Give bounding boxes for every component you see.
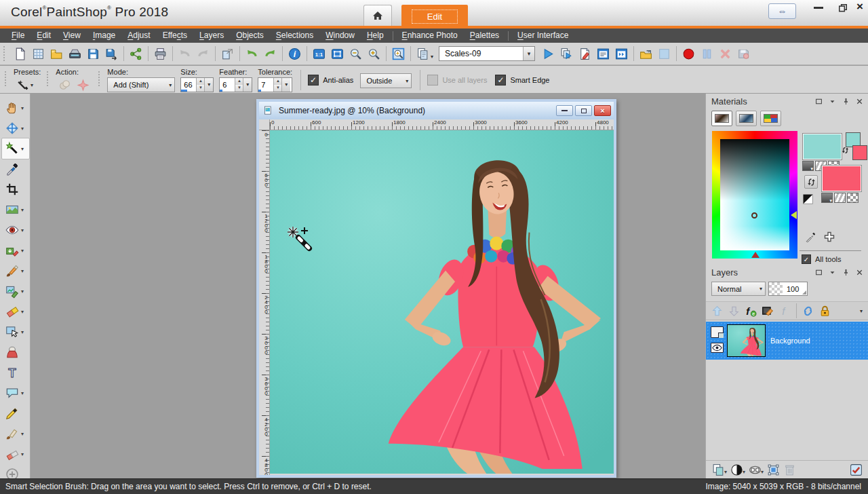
doc-restore-button[interactable] <box>575 105 592 116</box>
menu-item[interactable]: Objects <box>230 28 270 43</box>
pause-button[interactable] <box>698 45 716 63</box>
tool-flyout-arrow[interactable]: ▾ <box>21 146 24 152</box>
zoomout-button[interactable] <box>347 45 365 63</box>
feather-spin-arrows[interactable]: ▲▼ <box>235 78 243 92</box>
tool-flyout-arrow[interactable]: ▾ <box>21 390 24 396</box>
add-material-icon[interactable] <box>823 230 836 244</box>
tool-flyout-arrow[interactable]: ▾ <box>21 329 24 335</box>
workspace-resize-button[interactable]: ⇔ <box>768 3 796 19</box>
edit-layer-button[interactable] <box>760 303 776 319</box>
tool-button[interactable]: ▾ <box>0 118 30 138</box>
presets-wand-button[interactable] <box>14 76 32 94</box>
foreground-swatch[interactable] <box>802 133 842 160</box>
bg-color-button[interactable] <box>821 193 833 203</box>
redo-d-button[interactable] <box>194 45 212 63</box>
document-title-bar[interactable]: Summer-ready.jpg @ 10% (Background) × <box>259 102 614 119</box>
tool-button[interactable]: ▾ <box>0 322 30 342</box>
size-spin-arrows[interactable]: ▲▼ <box>196 78 204 92</box>
chevron-down-icon[interactable] <box>828 268 837 277</box>
all-tools-option[interactable]: ✓ All tools <box>802 254 842 264</box>
print-button[interactable] <box>151 45 170 63</box>
toolbar-grip[interactable] <box>3 46 7 61</box>
hue-marker-bottom[interactable] <box>751 252 760 258</box>
tool-flyout-arrow[interactable]: ▾ <box>21 268 24 274</box>
smart-edge-option[interactable]: ✓ Smart Edge <box>495 75 549 86</box>
adjustment-layer-dropdown[interactable]: ▾ <box>743 469 745 475</box>
savescript-button[interactable] <box>734 45 753 63</box>
tool-button[interactable]: T <box>0 362 30 383</box>
menu-item[interactable]: Enhance Photo <box>396 28 464 43</box>
scriptdlg-button[interactable] <box>594 45 612 63</box>
menu-item[interactable]: Adjust <box>121 28 156 43</box>
chevron-down-icon[interactable] <box>828 97 837 106</box>
template-button[interactable] <box>29 45 47 63</box>
background-swatch[interactable] <box>821 165 862 192</box>
minimize-button[interactable] <box>814 7 823 9</box>
tool-button[interactable] <box>0 179 30 200</box>
edit-workspace-tab[interactable]: Edit <box>401 5 468 28</box>
swap-materials-button[interactable] <box>804 175 818 189</box>
scan-button[interactable] <box>66 45 84 63</box>
tool-flyout-arrow[interactable]: ▾ <box>21 126 24 132</box>
tool-button[interactable]: ▾ <box>0 444 30 464</box>
tool-button[interactable]: ▾ <box>0 281 30 301</box>
canvas-image[interactable] <box>270 130 614 474</box>
mask-layer-dropdown[interactable]: ▾ <box>761 469 764 475</box>
tab-swatches-view[interactable] <box>760 111 781 126</box>
menu-item[interactable]: Layers <box>193 28 230 43</box>
zoomin-button[interactable] <box>365 45 383 63</box>
layers-toolbar-overflow[interactable]: ▾ <box>860 308 868 314</box>
menu-item[interactable]: Effects <box>157 28 193 43</box>
paste-button[interactable] <box>218 45 237 63</box>
mini-background-color[interactable] <box>852 145 867 160</box>
tool-button[interactable]: ▾ <box>0 200 30 220</box>
swap-mini-colors-icon[interactable] <box>841 146 850 155</box>
menu-item[interactable]: File <box>5 28 31 43</box>
material-dropper-icon[interactable] <box>804 231 817 244</box>
tolerance-spin-arrows[interactable]: ▲▼ <box>273 78 281 92</box>
bg-transparent-button[interactable] <box>847 193 859 203</box>
info-button[interactable]: i <box>285 45 304 63</box>
copyspec-button[interactable] <box>414 45 432 63</box>
tool-flyout-arrow[interactable]: ▾ <box>21 288 24 294</box>
scriptfolder-button[interactable] <box>637 45 655 63</box>
close-button[interactable]: × <box>856 0 863 14</box>
scriptfast-button[interactable] <box>612 45 631 63</box>
zoomfit-button[interactable] <box>328 45 347 63</box>
saturation-lightness-field[interactable] <box>720 139 789 250</box>
save-as-button[interactable] <box>102 45 121 63</box>
menu-item[interactable]: Selections <box>270 28 319 43</box>
new-layer-group-button[interactable] <box>765 461 781 478</box>
layer-row-background[interactable]: Background <box>706 322 868 360</box>
tool-button[interactable]: ▾ <box>0 423 30 444</box>
feather-spinner[interactable]: 6 ▲▼ ▾ <box>219 77 252 92</box>
link-layers-button[interactable] <box>800 303 816 319</box>
menu-item[interactable]: Help <box>361 28 390 43</box>
tool-button[interactable]: ▾ <box>0 301 30 322</box>
tool-button[interactable] <box>0 403 30 423</box>
layer-effects-button[interactable]: fe <box>743 303 760 319</box>
pin-icon[interactable] <box>842 268 850 277</box>
share-button[interactable] <box>127 45 145 63</box>
toolbar-grip[interactable] <box>5 71 9 86</box>
undo-d-button[interactable] <box>176 45 194 63</box>
feather-value[interactable]: 6 <box>220 78 235 92</box>
black-white-swatch-icon[interactable] <box>802 193 814 205</box>
tool-flyout-arrow[interactable]: ▾ <box>21 248 24 254</box>
new-layer-dropdown[interactable]: ▾ <box>724 469 727 475</box>
editscript-button[interactable] <box>576 45 594 63</box>
script-selector-dropdown[interactable]: ▾ <box>523 47 534 60</box>
runmulti-button[interactable] <box>557 45 576 63</box>
lock-transparency-button[interactable] <box>816 303 833 319</box>
color-picker-marker[interactable] <box>751 212 757 218</box>
menu-item[interactable]: Image <box>87 28 121 43</box>
tool-flyout-arrow[interactable]: ▾ <box>21 207 24 213</box>
pin-icon[interactable] <box>842 97 850 106</box>
antialias-option[interactable]: ✓ Anti-alias <box>308 75 353 86</box>
tool-button[interactable]: ▾ <box>0 98 30 118</box>
tolerance-spinner[interactable]: 7 ▲▼ ▾ <box>258 77 292 92</box>
size-slider-dropdown[interactable]: ▾ <box>204 78 213 92</box>
tool-flyout-arrow[interactable]: ▾ <box>21 227 24 233</box>
script-selector[interactable]: Scales-09 ▾ <box>439 46 535 61</box>
record-button[interactable] <box>679 45 698 63</box>
